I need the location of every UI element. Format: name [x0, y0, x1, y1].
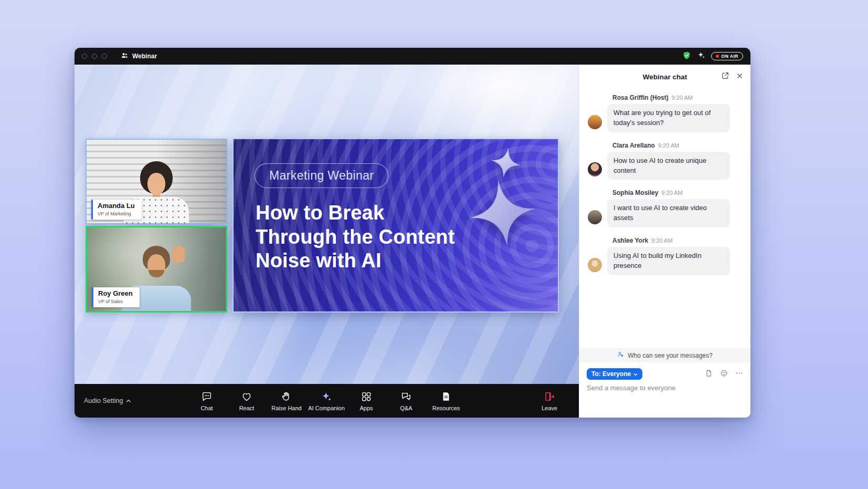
- message-author: Clara Arellano: [612, 142, 655, 149]
- heart-icon: [241, 391, 252, 402]
- popout-icon[interactable]: [721, 71, 729, 82]
- nametag-amanda: Amanda Lu VP of Marketing: [91, 200, 142, 220]
- chat-message: Clara Arellano9:20 AM How to use AI to c…: [588, 142, 742, 180]
- on-air-badge: ON AIR: [711, 52, 743, 60]
- sparkle-icon[interactable]: [697, 51, 705, 61]
- video-tile-amanda[interactable]: Amanda Lu VP of Marketing: [86, 139, 227, 224]
- close-icon[interactable]: [736, 72, 744, 82]
- composer-toolbar: To: Everyone: [579, 362, 750, 382]
- titlebar-right: ON AIR: [682, 51, 743, 62]
- privacy-person-icon: [617, 351, 624, 360]
- message-bubble: Using AI to build my LinkedIn presence: [607, 247, 730, 275]
- window-zoom-button[interactable]: [102, 54, 107, 59]
- emoji-icon[interactable]: [720, 369, 728, 379]
- chat-message: Ashlee York9:20 AM Using AI to build my …: [588, 237, 742, 275]
- chevron-up-icon: [126, 397, 131, 404]
- chat-panel: Webinar chat Rosa Griffin (Host)9:20 AM …: [579, 65, 750, 418]
- stage-column: Amanda Lu VP of Marketing Roy Green VP o…: [75, 65, 579, 418]
- window-minimize-button[interactable]: [92, 54, 97, 59]
- chat-bubble-icon: [201, 391, 213, 402]
- toolbar-buttons: Chat React Raise Hand: [187, 384, 466, 418]
- message-bubble: I want to use AI to create video assets: [607, 199, 730, 227]
- participants-icon: [121, 51, 129, 61]
- sparkle-shape-small: [488, 145, 523, 180]
- main-area: Amanda Lu VP of Marketing Roy Green VP o…: [75, 65, 750, 418]
- ai-companion-button[interactable]: AI Companion: [306, 384, 346, 418]
- slide-badge: Marketing Webinar: [255, 163, 388, 188]
- window-close-button[interactable]: [82, 54, 87, 59]
- message-author: Rosa Griffin (Host): [612, 94, 669, 101]
- slide-title: How to Break Through the Content Noise w…: [256, 201, 455, 273]
- shield-check-icon[interactable]: [682, 51, 691, 62]
- resources-button[interactable]: Resources: [426, 384, 466, 418]
- participant-role: VP of Sales: [98, 299, 133, 304]
- meeting-toolbar: Audio Setting Chat: [75, 384, 579, 418]
- chat-title: Webinar chat: [643, 73, 687, 81]
- video-tile-roy[interactable]: Roy Green VP of Sales: [86, 226, 227, 313]
- message-time: 9:20 AM: [658, 142, 679, 149]
- audio-setting-label: Audio Setting: [84, 397, 123, 404]
- message-author: Ashlee York: [612, 237, 648, 244]
- more-ellipsis-icon[interactable]: [735, 369, 743, 379]
- raise-hand-button[interactable]: Raise Hand: [267, 384, 306, 418]
- file-icon[interactable]: [705, 369, 713, 379]
- avatar: [588, 162, 602, 176]
- leave-button[interactable]: Leave: [530, 384, 569, 418]
- leave-door-icon: [544, 391, 555, 402]
- video-stage: Amanda Lu VP of Marketing Roy Green VP o…: [75, 65, 579, 384]
- qa-bubbles-icon: [400, 391, 412, 402]
- ai-sparkle-icon: [321, 391, 332, 402]
- chevron-down-icon: [633, 370, 638, 378]
- avatar: [588, 210, 602, 224]
- sparkle-shape-large: [465, 176, 540, 251]
- message-author: Sophia Mosiley: [612, 189, 658, 196]
- message-input[interactable]: [587, 384, 734, 392]
- message-time: 9:20 AM: [651, 237, 672, 244]
- resources-doc-icon: [440, 391, 452, 402]
- raised-hand-icon: [281, 391, 292, 402]
- recipient-label: To: Everyone: [591, 370, 631, 378]
- chat-header: Webinar chat: [579, 65, 750, 89]
- message-bubble: How to use AI to create unique content: [607, 152, 730, 180]
- webinar-window: Webinar ON AIR: [75, 48, 750, 418]
- participant-name: Roy Green: [98, 290, 133, 298]
- privacy-note: Who can see your messages?: [628, 352, 712, 359]
- participant-name: Amanda Lu: [98, 202, 135, 210]
- chat-footer: Who can see your messages? To: Everyone: [579, 348, 750, 418]
- recipient-selector[interactable]: To: Everyone: [587, 368, 642, 380]
- react-button[interactable]: React: [227, 384, 267, 418]
- on-air-label: ON AIR: [722, 54, 738, 59]
- apps-grid-icon: [361, 391, 372, 402]
- audio-setting-button[interactable]: Audio Setting: [84, 397, 131, 404]
- shared-screen-slide: Marketing Webinar How to Break Through t…: [232, 138, 559, 313]
- waving-hand: [172, 246, 185, 263]
- chat-message: Sophia Mosiley9:20 AM I want to use AI t…: [588, 189, 742, 227]
- message-time: 9:20 AM: [672, 95, 693, 101]
- app-title: Webinar: [132, 53, 157, 60]
- apps-button[interactable]: Apps: [346, 384, 386, 418]
- window-controls: [82, 54, 107, 59]
- app-badge: Webinar: [121, 51, 157, 61]
- message-bubble: What are you trying to get out of today'…: [607, 104, 730, 132]
- nametag-roy: Roy Green VP of Sales: [92, 287, 140, 307]
- chat-message: Rosa Griffin (Host)9:20 AM What are you …: [588, 94, 742, 132]
- qa-button[interactable]: Q&A: [386, 384, 426, 418]
- titlebar: Webinar ON AIR: [75, 48, 750, 65]
- avatar: [588, 115, 602, 129]
- participant-role: VP of Marketing: [98, 211, 135, 216]
- chat-message-list: Rosa Griffin (Host)9:20 AM What are you …: [579, 89, 750, 348]
- avatar: [588, 258, 602, 272]
- message-time: 9:20 AM: [661, 190, 682, 196]
- on-air-dot: [716, 55, 719, 58]
- privacy-link[interactable]: Who can see your messages?: [579, 348, 750, 362]
- chat-button[interactable]: Chat: [187, 384, 227, 418]
